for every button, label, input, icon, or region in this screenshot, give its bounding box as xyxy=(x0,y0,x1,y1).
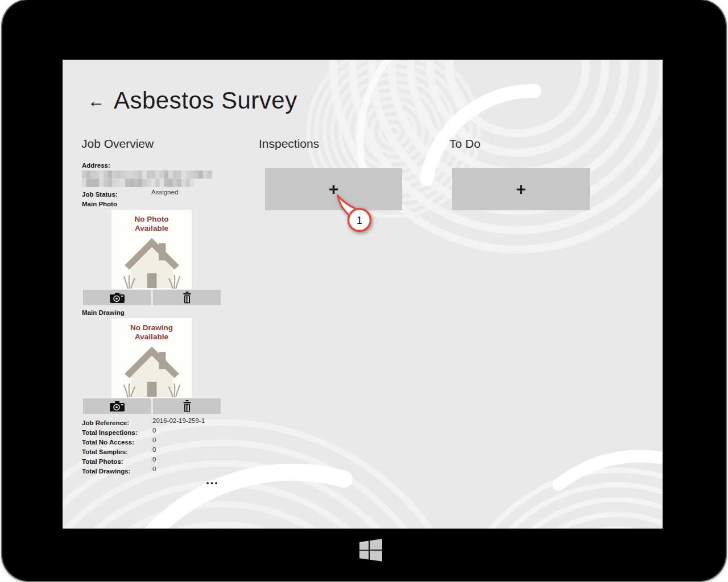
page-title: Asbestos Survey xyxy=(114,87,297,114)
drawing-delete-button[interactable] xyxy=(153,398,221,414)
field-label: Total Samples: xyxy=(82,448,128,455)
drawing-camera-button[interactable] xyxy=(83,398,151,414)
main-drawing-label: Main Drawing xyxy=(82,309,125,316)
windows-logo[interactable] xyxy=(359,539,382,562)
add-todo-button[interactable]: + xyxy=(452,168,590,210)
house-icon xyxy=(122,344,181,398)
job-overview-header: Job Overview xyxy=(81,137,154,151)
job-detail-row: Job Reference: 2016-02-19-259-1 xyxy=(82,417,224,427)
job-detail-row: Total No Access: 0 xyxy=(82,436,224,446)
job-detail-row: Total Drawings: 0 xyxy=(82,465,224,475)
job-status-value: Assigned xyxy=(151,189,178,196)
field-label: Job Reference: xyxy=(82,419,129,426)
camera-icon xyxy=(110,293,125,303)
job-details-list: Job Reference: 2016-02-19-259-1 Total In… xyxy=(82,417,224,475)
field-value: 0 xyxy=(152,465,156,472)
trash-icon xyxy=(183,292,192,304)
address-label: Address: xyxy=(82,162,110,169)
app-screen: ← Asbestos Survey Job Overview Inspectio… xyxy=(63,60,663,529)
field-value: 2016-02-19-259-1 xyxy=(152,417,205,424)
field-value: 0 xyxy=(152,456,156,463)
tablet-bezel: ← Asbestos Survey Job Overview Inspectio… xyxy=(2,0,726,581)
main-photo-label: Main Photo xyxy=(82,201,117,207)
field-value: 0 xyxy=(152,436,156,443)
job-status-row: Job Status: Assigned xyxy=(82,189,218,199)
field-label: Total Drawings: xyxy=(82,468,130,475)
field-label: Total Inspections: xyxy=(82,429,138,436)
job-detail-row: Total Samples: 0 xyxy=(82,446,224,456)
field-value: 0 xyxy=(152,446,156,453)
no-photo-text: No Photo Available xyxy=(121,215,183,233)
annotation-step-number: 1 xyxy=(357,214,363,226)
trash-icon xyxy=(183,400,192,412)
house-icon xyxy=(122,236,181,289)
field-value: 0 xyxy=(152,427,156,434)
todo-header: To Do xyxy=(449,137,481,151)
back-button[interactable]: ← xyxy=(88,93,105,110)
photo-delete-button[interactable] xyxy=(153,290,221,305)
annotation-callout-1: 1 xyxy=(327,189,384,243)
job-detail-row: Total Inspections: 0 xyxy=(82,427,224,436)
no-drawing-text: No Drawing Available xyxy=(121,323,183,342)
main-photo-placeholder: No Photo Available xyxy=(111,210,192,289)
job-status-label: Job Status: xyxy=(82,191,118,198)
job-detail-row: Total Photos: 0 xyxy=(82,456,224,465)
inspections-header: Inspections xyxy=(259,137,319,151)
main-drawing-placeholder: No Drawing Available xyxy=(111,318,192,398)
field-label: Total No Access: xyxy=(82,439,134,446)
redacted-address-value xyxy=(82,171,213,187)
more-options-button[interactable]: ••• xyxy=(196,479,230,487)
photo-camera-button[interactable] xyxy=(83,290,151,305)
field-label: Total Photos: xyxy=(82,458,123,465)
camera-icon xyxy=(110,401,125,411)
